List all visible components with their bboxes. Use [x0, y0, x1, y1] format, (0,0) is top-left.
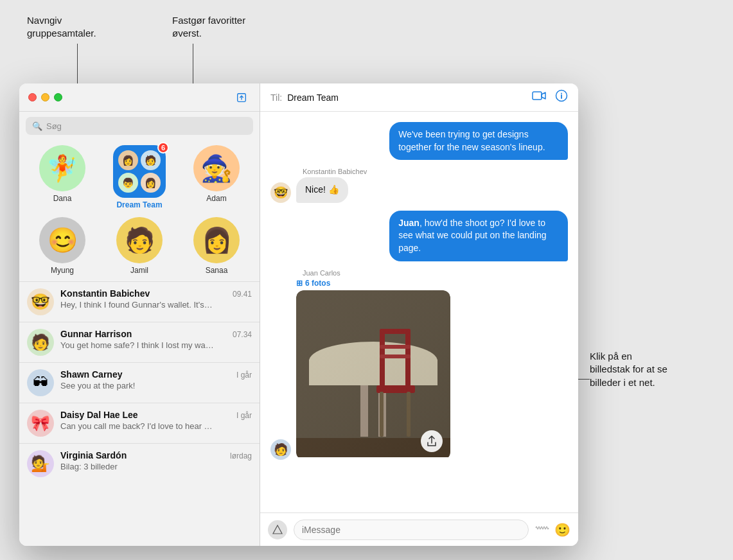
- conv-top-daisy: Daisy Dal Hae Lee I går: [60, 410, 252, 420]
- avatar-gunnar: 🧑: [27, 329, 54, 356]
- avatar-konstantin: 🤓: [27, 288, 54, 315]
- message-received-konstantin: 🤓 Nice! 👍: [270, 177, 568, 203]
- search-icon: 🔍: [32, 121, 42, 131]
- conv-time-daisy: I går: [236, 411, 252, 420]
- app-window: 🔍 Søg 🧚 Dana 👩 🧑 👦 👩 6 Dream Team: [19, 83, 578, 546]
- input-bar: 🙂: [260, 512, 578, 546]
- chat-title: Dream Team: [287, 92, 527, 103]
- photo-count: 6 fotos: [305, 279, 330, 288]
- grid-icon: ⊞: [296, 279, 303, 288]
- annotation-billedstak: Klik på enbilledstak for at sebilleder i…: [590, 350, 667, 389]
- favorite-myung[interactable]: 😊 Myung: [26, 217, 99, 275]
- jamil-label: Jamil: [130, 266, 148, 275]
- adam-label: Adam: [206, 194, 226, 203]
- conv-name-konstantin: Konstantin Babichev: [60, 288, 150, 299]
- conv-name-daisy: Daisy Dal Hae Lee: [60, 410, 138, 420]
- conv-top-virginia: Virginia Sardón lørdag: [60, 450, 252, 460]
- mini-avatar-4: 👩: [141, 173, 161, 193]
- share-button[interactable]: [421, 430, 443, 452]
- favorite-adam[interactable]: 🧙 Adam: [180, 145, 253, 209]
- info-icon[interactable]: [555, 89, 568, 105]
- svg-rect-1: [533, 92, 542, 100]
- conv-preview-gunnar: You get home safe? I think I lost my wal…: [60, 340, 215, 350]
- compose-button[interactable]: [233, 89, 251, 107]
- mini-avatar-1: 👩: [118, 150, 138, 170]
- conv-preview-virginia: Bilag: 3 billeder: [60, 462, 215, 471]
- chat-header-icons: [532, 89, 568, 105]
- conv-time-konstantin: 09.41: [233, 290, 252, 299]
- conv-item-gunnar[interactable]: 🧑 Gunnar Harrison 07.34 You get home saf…: [19, 322, 260, 362]
- photo-stack-container: ⊞ 6 fotos: [296, 279, 450, 460]
- conv-item-virginia[interactable]: 💁 Virginia Sardón lørdag Bilag: 3 billed…: [19, 443, 260, 484]
- favorite-dream-team[interactable]: 👩 🧑 👦 👩 6 Dream Team: [103, 145, 176, 209]
- search-placeholder: Søg: [46, 121, 62, 131]
- avatar-konstantin-chat: 🤓: [270, 182, 291, 203]
- favorite-sanaa[interactable]: 👩 Sanaa: [180, 217, 253, 275]
- badge-count: 6: [157, 142, 169, 153]
- search-bar[interactable]: 🔍 Søg: [26, 117, 253, 135]
- favorites-grid: 🧚 Dana 👩 🧑 👦 👩 6 Dream Team 🧙 Adam: [19, 140, 260, 214]
- conv-top-konstantin: Konstantin Babichev 09.41: [60, 288, 252, 299]
- conv-info-virginia: Virginia Sardón lørdag Bilag: 3 billeder: [60, 450, 252, 471]
- conversation-list: 🤓 Konstantin Babichev 09.41 Hey, I think…: [19, 281, 260, 546]
- favorite-dana[interactable]: 🧚 Dana: [26, 145, 99, 209]
- favorite-jamil[interactable]: 🧑 Jamil: [103, 217, 176, 275]
- conv-time-shawn: I går: [236, 371, 252, 380]
- conv-item-konstantin[interactable]: 🤓 Konstantin Babichev 09.41 Hey, I think…: [19, 281, 260, 322]
- conv-name-virginia: Virginia Sardón: [60, 450, 127, 460]
- conv-preview-shawn: See you at the park!: [60, 381, 215, 390]
- conv-preview-konstantin: Hey, I think I found Gunnar's wallet. It…: [60, 300, 215, 310]
- video-call-icon[interactable]: [532, 91, 546, 104]
- message-input[interactable]: [294, 520, 529, 540]
- minimize-button[interactable]: [41, 93, 49, 101]
- conv-item-shawn[interactable]: 🕶 Shawn Carney I går See you at the park…: [19, 362, 260, 403]
- message-sent-2: Juan, how'd the shoot go? I'd love to se…: [270, 211, 568, 261]
- avatar-dana: 🧚: [39, 145, 85, 191]
- avatar-myung: 😊: [39, 217, 85, 263]
- dream-team-avatar: 👩 🧑 👦 👩 6: [113, 145, 166, 198]
- photo-caption: ⊞ 6 fotos: [296, 279, 450, 288]
- mini-avatar-3: 👦: [118, 173, 138, 193]
- avatar-virginia: 💁: [27, 450, 54, 477]
- conv-info-gunnar: Gunnar Harrison 07.34 You get home safe?…: [60, 329, 252, 350]
- avatar-sanaa: 👩: [193, 217, 240, 263]
- bubble-received-konstantin: Nice! 👍: [296, 177, 348, 203]
- chat-area: Til: Dream Team: [260, 83, 578, 546]
- input-icons: 🙂: [535, 522, 570, 538]
- svg-point-4: [561, 93, 562, 94]
- myung-label: Myung: [51, 266, 74, 275]
- mini-avatar-2: 🧑: [141, 150, 161, 170]
- app-store-icon-button[interactable]: [268, 520, 287, 539]
- sender-label-juan: Juan Carlos: [303, 269, 568, 277]
- conv-info-shawn: Shawn Carney I går See you at the park!: [60, 369, 252, 390]
- sender-label-konstantin: Konstantin Babichev: [303, 168, 568, 175]
- message-group-konstantin: Konstantin Babichev 🤓 Nice! 👍: [270, 168, 568, 203]
- annotation-fastgor: Fastgør favoritterøverst.: [172, 14, 245, 40]
- avatar-juan-chat: 🧑: [270, 439, 291, 460]
- bubble-sent-1: We've been trying to get designs togethe…: [389, 122, 568, 160]
- traffic-lights: [28, 93, 62, 101]
- annotation-navngiv: Navngivgruppesamtaler.: [27, 14, 96, 40]
- sanaa-label: Sanaa: [206, 266, 228, 275]
- photo-stack[interactable]: [296, 290, 450, 460]
- message-group-juan: Juan Carlos 🧑 ⊞ 6 fotos: [270, 269, 568, 460]
- message-sent-1: We've been trying to get designs togethe…: [270, 122, 568, 160]
- audio-waveform-icon[interactable]: [535, 523, 549, 536]
- avatar-jamil: 🧑: [116, 217, 163, 263]
- chat-header: Til: Dream Team: [260, 83, 578, 112]
- dana-label: Dana: [53, 194, 72, 203]
- sidebar: 🔍 Søg 🧚 Dana 👩 🧑 👦 👩 6 Dream Team: [19, 83, 260, 546]
- bubble-sent-2: Juan, how'd the shoot go? I'd love to se…: [389, 211, 568, 261]
- close-button[interactable]: [28, 93, 37, 101]
- conv-info-konstantin: Konstantin Babichev 09.41 Hey, I think I…: [60, 288, 252, 310]
- favorites-grid-row2: 😊 Myung 🧑 Jamil 👩 Sanaa: [19, 214, 260, 281]
- fullscreen-button[interactable]: [54, 93, 62, 101]
- to-label: Til:: [270, 92, 282, 103]
- emoji-icon[interactable]: 🙂: [554, 522, 570, 538]
- conv-item-daisy[interactable]: 🎀 Daisy Dal Hae Lee I går Can you call m…: [19, 403, 260, 443]
- titlebar: [19, 83, 260, 112]
- conv-top-shawn: Shawn Carney I går: [60, 369, 252, 380]
- conv-time-gunnar: 07.34: [233, 330, 252, 339]
- message-received-juan: 🧑 ⊞ 6 fotos: [270, 279, 568, 460]
- avatar-adam: 🧙: [193, 145, 240, 191]
